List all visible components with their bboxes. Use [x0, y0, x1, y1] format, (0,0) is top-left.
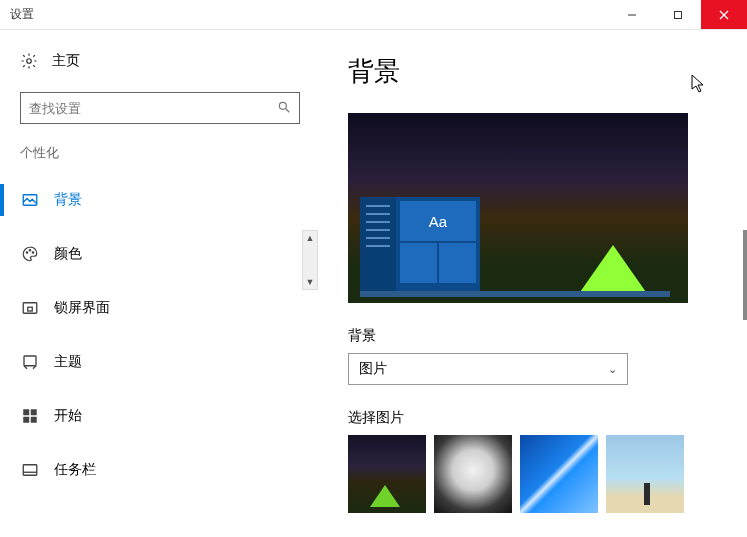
- svg-rect-12: [28, 307, 33, 311]
- nav-item-background[interactable]: 背景: [20, 180, 318, 220]
- maximize-icon: [673, 10, 683, 20]
- picture-thumbnail[interactable]: [434, 435, 512, 513]
- start-icon: [20, 406, 40, 426]
- palette-icon: [20, 244, 40, 264]
- home-button[interactable]: 主页: [20, 46, 318, 76]
- scroll-up-icon[interactable]: ▲: [306, 231, 315, 245]
- minimize-button[interactable]: [609, 0, 655, 29]
- svg-point-4: [27, 59, 32, 64]
- content-scrollbar[interactable]: [741, 30, 747, 537]
- picture-thumbnail[interactable]: [348, 435, 426, 513]
- preview-start-menu: Aa: [360, 197, 480, 291]
- picture-thumbnails: [348, 435, 717, 513]
- svg-rect-17: [31, 417, 37, 423]
- minimize-icon: [627, 10, 637, 20]
- lockscreen-icon: [20, 298, 40, 318]
- svg-point-5: [279, 102, 286, 109]
- svg-line-6: [286, 108, 290, 112]
- background-field-label: 背景: [348, 327, 717, 345]
- close-button[interactable]: [701, 0, 747, 29]
- choose-picture-label: 选择图片: [348, 409, 717, 427]
- svg-rect-18: [23, 465, 37, 476]
- section-title: 个性化: [20, 144, 318, 162]
- svg-point-10: [32, 252, 34, 254]
- chevron-down-icon: ⌄: [608, 363, 617, 376]
- nav-item-start[interactable]: 开始: [20, 396, 318, 436]
- svg-point-9: [29, 250, 31, 252]
- picture-thumbnail[interactable]: [606, 435, 684, 513]
- maximize-button[interactable]: [655, 0, 701, 29]
- nav-label: 背景: [54, 191, 82, 209]
- svg-rect-13: [24, 356, 36, 366]
- picture-thumbnail[interactable]: [520, 435, 598, 513]
- taskbar-icon: [20, 460, 40, 480]
- nav-label: 颜色: [54, 245, 82, 263]
- search-icon: [277, 100, 291, 117]
- sidebar: 主页 个性化 背景 颜色 锁屏界面: [0, 30, 318, 537]
- nav-label: 主题: [54, 353, 82, 371]
- close-icon: [719, 10, 729, 20]
- svg-rect-15: [31, 409, 37, 415]
- search-input[interactable]: [29, 101, 277, 116]
- svg-point-8: [26, 252, 28, 254]
- picture-icon: [20, 190, 40, 210]
- sidebar-scrollbar[interactable]: ▲ ▼: [302, 230, 318, 290]
- window-title: 设置: [0, 6, 609, 23]
- nav-label: 锁屏界面: [54, 299, 110, 317]
- nav-item-colors[interactable]: 颜色: [20, 234, 318, 274]
- search-input-container[interactable]: [20, 92, 300, 124]
- preview-tile-text: Aa: [400, 201, 476, 241]
- window-titlebar: 设置: [0, 0, 747, 30]
- scroll-down-icon[interactable]: ▼: [306, 275, 315, 289]
- nav-item-taskbar[interactable]: 任务栏: [20, 450, 318, 490]
- window-controls: [609, 0, 747, 29]
- svg-rect-1: [675, 11, 682, 18]
- page-heading: 背景: [348, 54, 717, 89]
- dropdown-value: 图片: [359, 360, 387, 378]
- home-label: 主页: [52, 52, 80, 70]
- svg-rect-14: [23, 409, 29, 415]
- desktop-preview: Aa: [348, 113, 688, 303]
- nav-item-themes[interactable]: 主题: [20, 342, 318, 382]
- theme-icon: [20, 352, 40, 372]
- gear-icon: [20, 52, 38, 70]
- preview-taskbar: [360, 291, 670, 297]
- background-type-dropdown[interactable]: 图片 ⌄: [348, 353, 628, 385]
- nav-label: 开始: [54, 407, 82, 425]
- nav-item-lockscreen[interactable]: 锁屏界面: [20, 288, 318, 328]
- svg-rect-16: [23, 417, 29, 423]
- content-pane: 背景 Aa 背景 图片 ⌄ 选择图片: [318, 30, 747, 537]
- nav-label: 任务栏: [54, 461, 96, 479]
